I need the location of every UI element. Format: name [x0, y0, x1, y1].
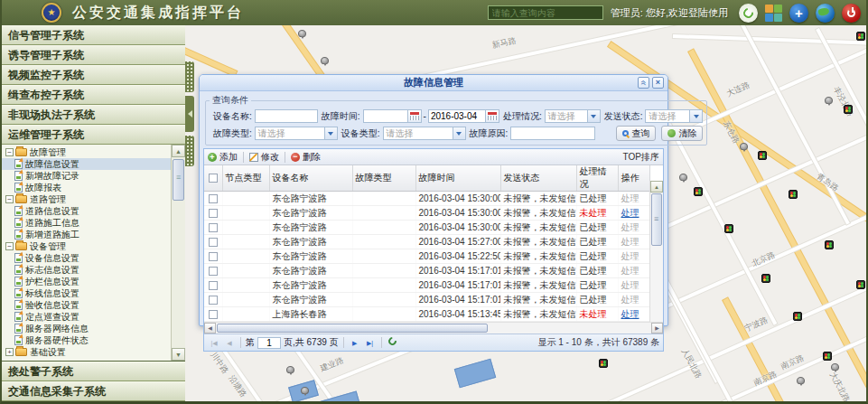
row-action-link[interactable]: 处理 [621, 309, 639, 319]
sidebar-panel-top-0[interactable]: 信号管理子系统 [2, 25, 185, 45]
column-header[interactable]: 设备名称 [269, 165, 352, 192]
column-header[interactable]: 故障时间 [415, 165, 500, 192]
traffic-signal-icon[interactable] [823, 352, 832, 361]
first-page-button[interactable]: |◀ [208, 336, 220, 349]
row-action-link[interactable]: 处理 [621, 193, 639, 203]
chevron-down-icon[interactable] [324, 127, 337, 139]
camera-icon[interactable] [286, 366, 294, 373]
dialog-titlebar[interactable]: 故障信息管理 « × [200, 75, 667, 91]
row-action-link[interactable]: 处理 [621, 208, 639, 218]
camera-icon[interactable] [740, 143, 748, 150]
send-status-select[interactable]: 请选择 [645, 109, 703, 123]
row-action-link[interactable]: 处理 [621, 266, 639, 276]
sidebar-panel-bottom-0[interactable]: 接处警子系统 [2, 362, 185, 381]
scroll-left-icon[interactable]: ◀ [204, 323, 216, 334]
column-header[interactable]: 操作 [618, 165, 649, 192]
sidebar-panel-top-4[interactable]: 非现场执法子系统 [2, 105, 185, 125]
tree-node[interactable]: −设备管理 [2, 240, 171, 252]
chevron-down-icon[interactable] [453, 127, 465, 139]
tree-node[interactable]: 验收信息设置 [2, 299, 171, 311]
scroll-right-icon[interactable]: ▶ [651, 323, 663, 334]
sidebar-panel-top-5[interactable]: 运维管理子系统 [2, 125, 185, 145]
scroll-up-icon[interactable]: ▲ [650, 181, 663, 193]
tree-toggle-icon[interactable]: − [5, 242, 14, 250]
camera-icon[interactable] [825, 97, 833, 104]
last-page-button[interactable]: ▶| [364, 336, 377, 349]
traffic-signal-icon[interactable] [599, 359, 608, 368]
fault-time-to-input[interactable] [428, 109, 486, 123]
traffic-signal-icon[interactable] [694, 187, 703, 196]
camera-icon[interactable] [831, 363, 839, 371]
refresh-grid-icon[interactable] [387, 336, 399, 349]
tree-toggle-icon[interactable]: + [5, 348, 14, 356]
tree-node[interactable]: 护栏信息设置 [2, 276, 171, 287]
traffic-signal-icon[interactable] [844, 105, 853, 114]
camera-icon[interactable] [797, 377, 805, 384]
top-sort-label[interactable]: TOP排序 [623, 151, 659, 164]
column-header[interactable]: 处理情况 [576, 165, 618, 192]
tree-node[interactable]: 新增故障记录 [2, 170, 171, 182]
row-checkbox[interactable] [209, 194, 218, 203]
grid-vscrollbar[interactable]: ▲ [649, 181, 663, 325]
tree-node[interactable]: 故障信息设置 [2, 158, 171, 170]
calendar-icon[interactable] [486, 109, 499, 123]
add-row-button[interactable]: +添加 [208, 151, 238, 164]
fault-time-from-input[interactable] [363, 109, 408, 123]
traffic-signal-icon[interactable] [758, 151, 767, 160]
tree-scrollbar[interactable]: ▲ ▼ [171, 145, 185, 361]
prev-page-button[interactable]: ◀ [223, 336, 236, 349]
chevron-down-icon[interactable] [587, 110, 600, 122]
row-action-link[interactable]: 处理 [621, 222, 639, 232]
device-type-select[interactable]: 请选择 [383, 127, 466, 140]
camera-icon[interactable] [298, 30, 306, 37]
power-icon[interactable] [842, 4, 861, 23]
edit-row-button[interactable]: 修改 [249, 151, 279, 164]
page-number-input[interactable] [257, 337, 281, 349]
fault-reason-input[interactable] [510, 127, 595, 140]
global-search-input[interactable] [488, 5, 603, 20]
row-checkbox[interactable] [209, 296, 218, 305]
scrollbar-thumb[interactable] [651, 193, 662, 246]
tree-node[interactable]: 服务器硬件状态 [2, 334, 171, 346]
traffic-signal-icon[interactable] [789, 190, 798, 199]
grid-hscrollbar[interactable]: ◀ ▶ [204, 322, 663, 334]
next-page-button[interactable]: ▶ [349, 336, 361, 349]
camera-icon[interactable] [321, 57, 329, 64]
row-checkbox[interactable] [209, 238, 218, 247]
sidebar-panel-top-2[interactable]: 视频监控子系统 [2, 65, 185, 85]
row-checkbox[interactable] [209, 281, 218, 290]
apps-grid-icon[interactable] [765, 5, 782, 22]
scroll-up-icon[interactable]: ▲ [172, 145, 185, 157]
globe-icon[interactable] [816, 4, 835, 23]
chevron-down-icon[interactable] [689, 110, 702, 122]
tree-node[interactable]: 道路信息设置 [2, 205, 171, 217]
sidebar-panel-bottom-1[interactable]: 交通信息采集子系统 [2, 381, 185, 401]
close-icon[interactable]: × [652, 77, 664, 89]
tree-node[interactable]: −道路管理 [2, 193, 171, 205]
add-icon[interactable]: + [789, 4, 808, 23]
delete-row-button[interactable]: −删除 [291, 151, 321, 164]
tree-node[interactable]: +基础设置 [2, 346, 171, 358]
traffic-signal-icon[interactable] [825, 240, 834, 249]
column-header[interactable]: 发送状态 [500, 165, 576, 192]
traffic-signal-icon[interactable] [724, 224, 733, 233]
grip-dots-icon[interactable] [185, 136, 194, 166]
tree-node[interactable]: 服务器网络信息 [2, 323, 171, 334]
row-checkbox[interactable] [209, 209, 218, 218]
traffic-signal-icon[interactable] [856, 280, 865, 289]
scrollbar-thumb[interactable] [173, 159, 184, 201]
row-action-link[interactable]: 处理 [621, 237, 639, 247]
traffic-signal-icon[interactable] [761, 274, 770, 283]
clear-button[interactable]: 清除 [661, 126, 703, 141]
row-action-link[interactable]: 处理 [621, 295, 639, 305]
tree-toggle-icon[interactable]: − [5, 195, 14, 203]
scroll-down-icon[interactable]: ▼ [172, 348, 185, 361]
select-all-checkbox[interactable] [209, 174, 218, 183]
row-checkbox[interactable] [209, 310, 218, 319]
row-checkbox[interactable] [209, 223, 218, 232]
column-header[interactable]: 节点类型 [222, 165, 269, 192]
collapse-icon[interactable]: « [638, 77, 649, 89]
tree-toggle-icon[interactable]: − [5, 148, 14, 156]
device-name-input[interactable] [255, 109, 318, 123]
tree-node[interactable]: 新增道路施工 [2, 229, 171, 240]
